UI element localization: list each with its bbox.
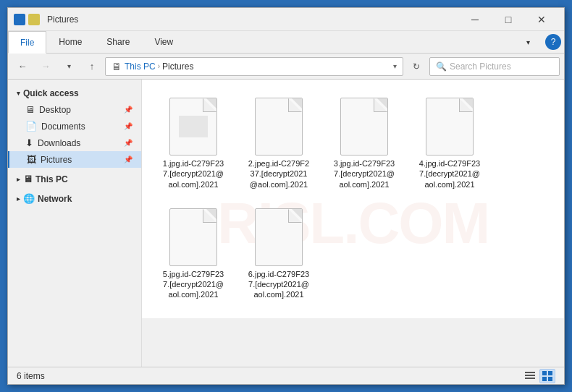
chevron-icon: ▾ [17,90,20,97]
status-bar: 6 items [8,367,564,384]
file-item-5[interactable]: 5.jpg.id-C279F237.[decrypt2021@aol.com].… [153,202,233,307]
sidebar-header-network[interactable]: ▸ 🌐 Network [8,190,141,207]
sidebar-section-quick-access: ▾ Quick access 🖥 Desktop 📌 📄 Documents 📌… [8,85,141,168]
addressbar-row: ← → ▾ ↑ 🖥 This PC › Pictures ▾ ↻ 🔍 Searc… [8,54,564,80]
file-icon-wrap-5 [164,208,222,266]
address-dropdown-button[interactable]: ▾ [393,62,397,70]
sidebar-item-documents[interactable]: 📄 Documents 📌 [8,118,141,135]
svg-rect-7 [548,377,552,381]
back-button[interactable]: ← [12,57,33,76]
search-bar[interactable]: 🔍 Search Pictures [429,57,560,76]
pin-icon: 📌 [124,106,133,114]
maximize-button[interactable]: □ [492,8,525,31]
svg-rect-5 [548,371,552,375]
main-area: ▾ Quick access 🖥 Desktop 📌 📄 Documents 📌… [8,80,564,367]
sidebar-item-downloads[interactable]: ⬇ Downloads 📌 [8,135,141,151]
documents-icon: 📄 [25,121,37,132]
svg-rect-2 [525,375,535,376]
svg-rect-1 [525,372,535,373]
recent-locations-button[interactable]: ▾ [59,57,79,76]
documents-label: Documents [41,122,85,132]
pin-icon-pic: 📌 [124,155,133,163]
window-title: Pictures [44,14,458,25]
list-view-button[interactable] [522,369,538,383]
forward-button[interactable]: → [35,57,56,76]
sidebar: ▾ Quick access 🖥 Desktop 📌 📄 Documents 📌… [8,80,142,367]
svg-rect-3 [525,378,535,379]
view-buttons [522,369,555,383]
chevron-icon-net: ▸ [17,195,20,203]
sidebar-item-desktop[interactable]: 🖥 Desktop 📌 [8,101,141,118]
svg-rect-4 [542,371,547,375]
network-icon: 🌐 [23,193,35,204]
sidebar-header-this-pc[interactable]: ▸ 🖥 This PC [8,171,141,187]
sidebar-header-quick-access[interactable]: ▾ Quick access [8,85,141,101]
file-name-6: 6.jpg.id-C279F237.[decrypt2021@aol.com].… [248,269,309,300]
address-crumb: This PC › Pictures [125,61,193,72]
refresh-button[interactable]: ↻ [406,57,426,76]
sidebar-section-this-pc: ▸ 🖥 This PC [8,171,141,187]
svg-rect-0 [179,116,208,137]
sidebar-section-network: ▸ 🌐 Network [8,190,141,207]
this-pc-label: This PC [35,174,68,184]
address-bar[interactable]: 🖥 This PC › Pictures ▾ [105,57,403,76]
file-doc-icon-4 [426,98,474,155]
file-name-4: 4.jpg.id-C279F237.[decrypt2021@aol.com].… [419,158,480,189]
search-placeholder: Search Pictures [450,61,511,72]
file-area-wrapper: RISL.COM 1.jpg.id-C279F237.[decrypt2021@… [142,80,564,367]
close-button[interactable]: ✕ [525,8,558,31]
this-pc-sidebar-icon: 🖥 [23,174,33,184]
file-icon-wrap-3 [335,98,393,155]
title-bar-icons [14,14,40,25]
file-doc-icon-5 [169,208,217,266]
up-button[interactable]: ↑ [82,57,102,76]
window-controls: ─ □ ✕ [458,8,558,31]
crumb-sep1: › [158,62,160,70]
file-icon-wrap-4 [421,98,479,155]
crumb-thispc[interactable]: This PC [125,61,156,72]
this-pc-icon: 🖥 [112,61,122,72]
desktop-icon: 🖥 [25,104,35,115]
downloads-icon: ⬇ [25,137,33,148]
pin-icon-dl: 📌 [124,139,133,147]
file-item-6[interactable]: 6.jpg.id-C279F237.[decrypt2021@aol.com].… [239,202,319,307]
network-label: Network [38,194,72,204]
help-button[interactable]: ? [545,34,561,50]
file-doc-icon-3 [340,98,388,155]
pin-icon-doc: 📌 [124,122,133,130]
tab-view[interactable]: View [142,31,185,53]
file-name-5: 5.jpg.id-C279F237.[decrypt2021@aol.com].… [163,269,224,300]
file-doc-icon-2 [255,98,303,155]
app-icon-yellow [28,14,40,25]
file-doc-icon-1 [169,98,217,155]
ribbon: File Home Share View ▾ ? [8,31,564,54]
file-doc-icon-6 [255,208,303,266]
chevron-icon-pc: ▸ [17,176,20,183]
file-icon-wrap-1 [164,98,222,155]
minimize-button[interactable]: ─ [458,8,492,31]
file-icon-wrap-2 [250,98,308,155]
desktop-label: Desktop [39,105,71,115]
file-item-1[interactable]: 1.jpg.id-C279F237.[decrypt2021@aol.com].… [153,91,233,196]
crumb-pictures: Pictures [162,61,193,72]
downloads-label: Downloads [38,138,80,148]
pictures-icon: 🖼 [27,154,36,165]
tab-share[interactable]: Share [94,31,142,53]
expand-ribbon-button[interactable]: ▾ [514,31,542,53]
grid-view-button[interactable] [539,369,555,383]
tab-file[interactable]: File [8,31,46,54]
file-icon-wrap-6 [250,208,308,266]
file-name-2: 2.jpeg.id-C279F237.[decrypt2021@aol.com]… [248,158,309,189]
file-area: 1.jpg.id-C279F237.[decrypt2021@aol.com].… [142,80,564,318]
file-name-1: 1.jpg.id-C279F237.[decrypt2021@aol.com].… [163,158,224,189]
file-item-2[interactable]: 2.jpeg.id-C279F237.[decrypt2021@aol.com]… [239,91,319,196]
sidebar-item-pictures[interactable]: 🖼 Pictures 📌 [8,151,141,168]
tab-home[interactable]: Home [46,31,94,53]
search-icon: 🔍 [436,61,447,72]
file-item-3[interactable]: 3.jpg.id-C279F237.[decrypt2021@aol.com].… [324,91,404,196]
file-item-4[interactable]: 4.jpg.id-C279F237.[decrypt2021@aol.com].… [410,91,489,196]
explorer-window: Pictures ─ □ ✕ File Home Share View ▾ ? … [7,7,565,385]
pictures-label: Pictures [41,155,72,165]
svg-rect-6 [542,377,547,381]
quick-access-label: Quick access [23,88,79,98]
